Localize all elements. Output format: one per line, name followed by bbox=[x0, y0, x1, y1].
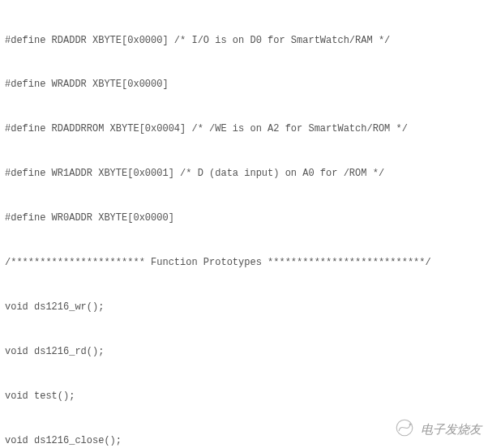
code-line: void ds1216_wr(); bbox=[5, 300, 483, 314]
code-line: #define RDADDRROM XBYTE[0x0004] /* /WE i… bbox=[5, 122, 483, 136]
code-line: #define WR0ADDR XBYTE[0x0000] bbox=[5, 211, 483, 225]
code-line: #define WR1ADDR XBYTE[0x0001] /* D (data… bbox=[5, 166, 483, 181]
code-line: /*********************** Function Protot… bbox=[5, 255, 483, 270]
code-line: #define WRADDR XBYTE[0x0000] bbox=[5, 77, 483, 92]
code-line: void ds1216_rd(); bbox=[5, 344, 483, 359]
code-line: void test(); bbox=[5, 389, 483, 403]
code-line: void ds1216_close(); bbox=[5, 433, 483, 448]
code-block: #define RDADDR XBYTE[0x0000] /* I/O is o… bbox=[0, 0, 488, 448]
code-line: #define RDADDR XBYTE[0x0000] /* I/O is o… bbox=[5, 33, 483, 48]
